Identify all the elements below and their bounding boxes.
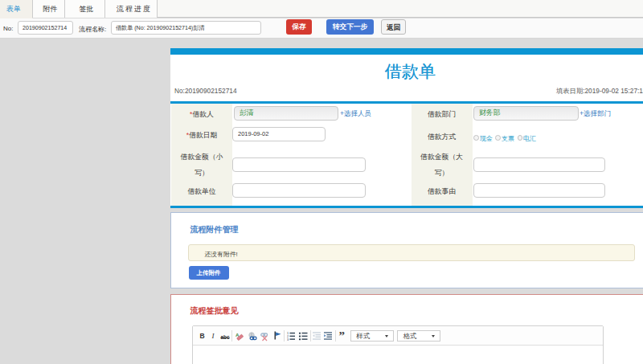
svg-text:3: 3 bbox=[287, 338, 289, 341]
